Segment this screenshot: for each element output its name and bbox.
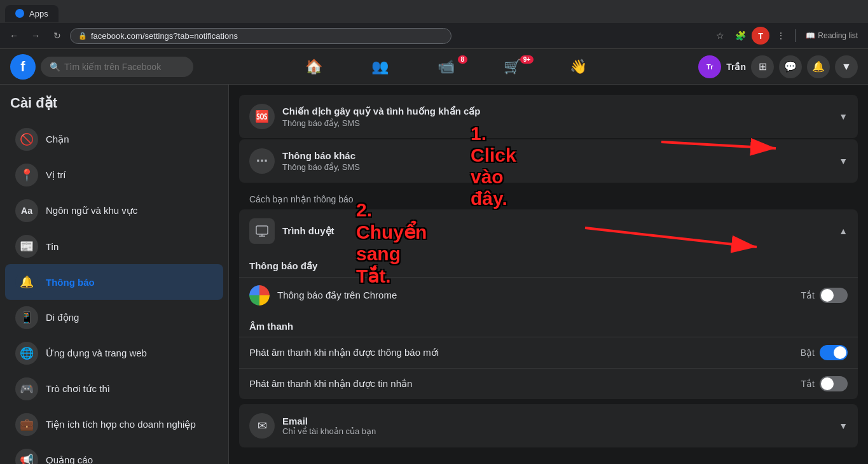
user-name: Trần <box>726 62 746 72</box>
sidebar-item-block[interactable]: 🚫 Chặn <box>5 122 223 157</box>
back-button[interactable]: ← <box>5 27 23 45</box>
push-subsection-title: Thông báo đầy <box>239 253 858 277</box>
divider <box>795 29 796 42</box>
apps-icon-btn[interactable]: ⊞ <box>751 55 774 78</box>
campaign-icon: 🆘 <box>249 104 275 129</box>
watch-badge: 8 <box>458 55 468 64</box>
sidebar-label-ads: Quảng cáo <box>46 454 93 464</box>
sidebar-label-notifications: Thông báo <box>46 277 95 288</box>
news-icon: 📰 <box>15 235 38 258</box>
sidebar-item-news[interactable]: 📰 Tin <box>5 228 223 264</box>
sidebar-label-news: Tin <box>46 241 59 252</box>
campaign-item-header[interactable]: 🆘 Chiến dịch gây quỹ và tình huống khẩn … <box>239 95 858 138</box>
profile-button[interactable]: T <box>752 27 769 45</box>
forward-button[interactable]: → <box>27 27 45 45</box>
email-subtitle: Chỉ về tài khoản của bạn <box>282 426 839 436</box>
sound-toggle-knob-1 <box>834 346 846 359</box>
menu-button[interactable]: ⋮ <box>772 27 790 45</box>
chrome-icon <box>249 285 270 306</box>
sound-status-2: Tắt <box>801 379 815 389</box>
business-icon: 💼 <box>15 413 38 436</box>
chrome-toggle-label: Thông báo đầy trên Chrome <box>277 290 801 301</box>
profile-initial: T <box>758 31 763 41</box>
apps-web-icon: 🌐 <box>15 342 38 365</box>
browser-section-arrow-icon: ▲ <box>839 226 848 236</box>
sidebar-title: Cài đặt <box>0 95 228 122</box>
fb-sidebar: Cài đặt 🚫 Chặn 📍 Vị trí Aa Ngôn ngữ và k… <box>0 85 229 464</box>
reading-list-button[interactable]: 📖 Reading list <box>801 29 863 43</box>
email-title: Email <box>282 416 839 426</box>
nav-marketplace[interactable]: 🛒 9+ <box>480 52 544 82</box>
email-info: Email Chỉ về tài khoản của bạn <box>282 416 839 436</box>
messenger-icon-btn[interactable]: 💬 <box>779 55 802 78</box>
sidebar-item-language[interactable]: Aa Ngôn ngữ và khu vực <box>5 193 223 228</box>
sidebar-item-notifications[interactable]: 🔔 Thông báo <box>5 264 223 300</box>
sidebar-item-apps-web[interactable]: 🌐 Ứng dụng và trang web <box>5 335 223 371</box>
location-icon: 📍 <box>15 164 38 186</box>
block-icon: 🚫 <box>15 128 38 151</box>
account-menu-btn[interactable]: ▼ <box>835 55 858 78</box>
chrome-toggle-row: Thông báo đầy trên Chrome Tắt <box>239 277 858 313</box>
toolbar-right: ☆ 🧩 T ⋮ 📖 Reading list <box>711 27 863 45</box>
user-avatar: Tr <box>698 55 721 78</box>
browser-section-icon <box>249 218 275 244</box>
refresh-button[interactable]: ↻ <box>48 27 66 45</box>
sidebar-label-location: Vị trí <box>46 169 66 181</box>
nav-watch[interactable]: 📹 8 <box>414 52 478 82</box>
address-bar[interactable]: 🔒 facebook.com/settings?tab=notification… <box>70 28 451 44</box>
sound-toggle-row-2: Phát âm thanh khi nhận được tin nhắn Tắt <box>239 368 858 399</box>
campaign-arrow: ▼ <box>839 111 848 122</box>
sound-toggle-1[interactable] <box>820 345 848 360</box>
sidebar-item-location[interactable]: 📍 Vị trí <box>5 157 223 193</box>
chrome-toggle[interactable] <box>820 288 848 303</box>
marketplace-icon: 🛒 <box>504 59 521 75</box>
other-icon: ··· <box>249 148 275 174</box>
ads-icon: 📢 <box>15 449 38 464</box>
browser-section-header[interactable]: Trình duyệt ▲ <box>239 209 858 253</box>
content-inner: 🆘 Chiến dịch gây quỹ và tình huống khẩn … <box>229 85 868 458</box>
nav-groups[interactable]: 👋 <box>546 52 610 82</box>
sidebar-item-business[interactable]: 💼 Tiện ích tích hợp cho doanh nghiệp <box>5 407 223 442</box>
content-wrapper: 🆘 Chiến dịch gây quỹ và tình huống khẩn … <box>229 85 868 458</box>
sidebar-item-mobile[interactable]: 📱 Di động <box>5 300 223 335</box>
email-section: ✉ Email Chỉ về tài khoản của bạn ▼ <box>239 404 858 447</box>
sound-toggle-2[interactable] <box>820 376 848 391</box>
chrome-toggle-knob <box>821 289 834 302</box>
email-header[interactable]: ✉ Email Chỉ về tài khoản của bạn ▼ <box>239 404 858 447</box>
sound-label-1: Phát âm thanh khi nhận được thông báo mớ… <box>249 347 801 358</box>
other-notifications-header[interactable]: ··· Thông báo khác Thông báo đầy, SMS ▼ <box>239 139 858 183</box>
fb-header-right: Tr Trần ⊞ 💬 🔔 ▼ <box>698 55 858 78</box>
active-tab[interactable]: Apps <box>5 5 59 22</box>
home-icon: 🏠 <box>305 59 322 75</box>
games-icon: 🎮 <box>15 377 38 400</box>
browser-chrome: Apps ← → ↻ 🔒 facebook.com/settings?tab=n… <box>0 0 868 49</box>
facebook-app: f 🔍 🏠 👥 📹 8 🛒 9+ 👋 <box>0 49 868 464</box>
star-button[interactable]: ☆ <box>711 27 729 45</box>
fb-header: f 🔍 🏠 👥 📹 8 🛒 9+ 👋 <box>0 49 868 85</box>
mobile-icon: 📱 <box>15 306 38 329</box>
language-icon: Aa <box>15 199 38 222</box>
other-notifications-item: ··· Thông báo khác Thông báo đầy, SMS ▼ <box>239 139 858 183</box>
other-subtitle: Thông báo đầy, SMS <box>282 162 839 172</box>
fb-main: Cài đặt 🚫 Chặn 📍 Vị trí Aa Ngôn ngữ và k… <box>0 85 868 464</box>
sidebar-item-ads[interactable]: 📢 Quảng cáo <box>5 442 223 464</box>
nav-friends[interactable]: 👥 <box>348 52 411 82</box>
fb-search-bar[interactable]: 🔍 <box>41 57 193 77</box>
notifications-icon-btn[interactable]: 🔔 <box>807 55 830 78</box>
extensions-button[interactable]: 🧩 <box>731 27 749 45</box>
reading-list-icon: 📖 <box>806 31 815 40</box>
fb-logo: f <box>10 54 36 80</box>
url-text: facebook.com/settings?tab=notifications <box>91 31 238 41</box>
sidebar-label-games: Trò chơi tức thì <box>46 383 110 395</box>
search-input[interactable] <box>64 62 184 72</box>
tab-favicon <box>15 9 24 18</box>
groups-icon: 👋 <box>570 59 587 75</box>
chrome-toggle-status: Tắt <box>801 290 815 300</box>
sidebar-item-games[interactable]: 🎮 Trò chơi tức thì <box>5 371 223 407</box>
sound-toggle-row-1: Phát âm thanh khi nhận được thông báo mớ… <box>239 337 858 368</box>
sidebar-label-business: Tiện ích tích hợp cho doanh nghiệp <box>46 419 196 430</box>
how-section-title: Cách bạn nhận thông báo <box>239 184 858 209</box>
nav-home[interactable]: 🏠 <box>282 52 345 82</box>
marketplace-badge: 9+ <box>520 55 534 64</box>
chrome-icon-container <box>249 285 270 306</box>
